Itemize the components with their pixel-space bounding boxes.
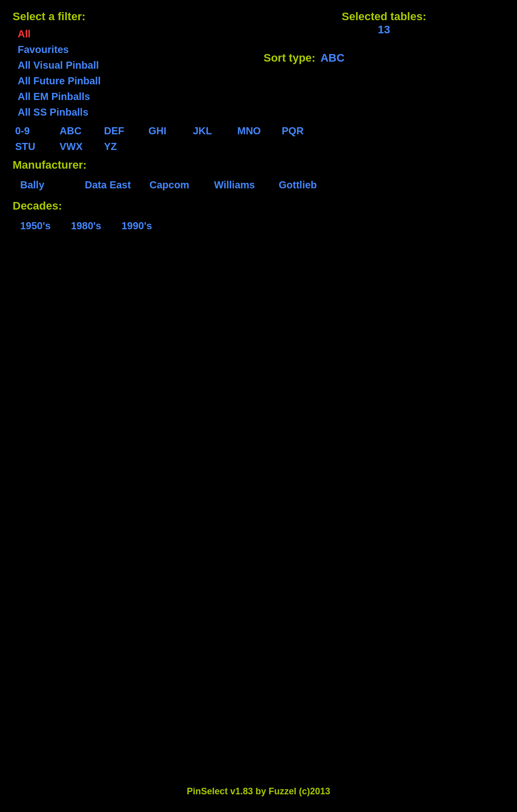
footer-text: PinSelect v1.83 by Fuzzel (c)2013 — [187, 786, 330, 796]
alpha-mno[interactable]: MNO — [235, 124, 275, 138]
selected-tables-section: Selected tables: 13 Sort type: ABC — [264, 10, 504, 65]
manufacturer-gottlieb[interactable]: Gottlieb — [276, 178, 337, 192]
decade-1980s[interactable]: 1980's — [68, 219, 104, 233]
alpha-ghi[interactable]: GHI — [146, 124, 186, 138]
filter-item-all-visual-pinball[interactable]: All Visual Pinball — [13, 59, 253, 72]
sort-section: Sort type: ABC — [264, 52, 504, 65]
alpha-vwx[interactable]: VWX — [57, 140, 97, 154]
alpha-yz[interactable]: YZ — [101, 140, 142, 154]
manufacturer-bally[interactable]: Bally — [18, 178, 78, 192]
alpha-0-9[interactable]: 0-9 — [13, 124, 53, 138]
decade-1990s[interactable]: 1990's — [119, 219, 154, 233]
manufacturer-section: Manufacturer: Bally Data East Capcom Wil… — [13, 159, 504, 194]
alpha-pqr[interactable]: PQR — [279, 124, 320, 138]
selected-tables-label: Selected tables: — [342, 10, 427, 23]
filter-item-all-future-pinball[interactable]: All Future Pinball — [13, 74, 253, 88]
filter-item-favourites[interactable]: Favourites — [13, 43, 253, 57]
top-section: Select a filter: All Favourites All Visu… — [13, 10, 504, 119]
alphabet-section: 0-9 ABC DEF GHI JKL MNO PQR STU VWX YZ — [13, 124, 504, 154]
alpha-abc[interactable]: ABC — [57, 124, 97, 138]
left-panel: Select a filter: All Favourites All Visu… — [13, 10, 253, 119]
manufacturer-row: Bally Data East Capcom Williams Gottlieb — [13, 176, 504, 194]
selected-tables-count: 13 — [264, 23, 504, 36]
right-panel: Selected tables: 13 Sort type: ABC — [253, 10, 504, 119]
filter-item-all-em-pinballs[interactable]: All EM Pinballs — [13, 90, 253, 104]
sort-label: Sort type: — [264, 52, 316, 65]
manufacturer-capcom[interactable]: Capcom — [147, 178, 208, 192]
alpha-jkl[interactable]: JKL — [190, 124, 231, 138]
alpha-stu[interactable]: STU — [13, 140, 53, 154]
decade-1950s[interactable]: 1950's — [18, 219, 53, 233]
alphabet-row-1: 0-9 ABC DEF GHI JKL MNO PQR — [13, 124, 504, 138]
decades-row: 1950's 1980's 1990's — [13, 217, 504, 235]
manufacturer-header: Manufacturer: — [13, 159, 504, 172]
decades-header: Decades: — [13, 199, 504, 213]
alphabet-row-2: STU VWX YZ — [13, 140, 504, 154]
filter-item-all-ss-pinballs[interactable]: All SS Pinballs — [13, 106, 253, 119]
manufacturer-williams[interactable]: Williams — [212, 178, 272, 192]
sort-value: ABC — [321, 52, 345, 65]
footer: PinSelect v1.83 by Fuzzel (c)2013 — [0, 786, 517, 797]
main-container: Select a filter: All Favourites All Visu… — [0, 0, 517, 250]
alpha-def[interactable]: DEF — [101, 124, 142, 138]
filter-header: Select a filter: — [13, 10, 253, 23]
filter-item-all[interactable]: All — [13, 27, 253, 41]
filter-list: All Favourites All Visual Pinball All Fu… — [13, 27, 253, 119]
decades-section: Decades: 1950's 1980's 1990's — [13, 199, 504, 235]
manufacturer-data-east[interactable]: Data East — [82, 178, 143, 192]
